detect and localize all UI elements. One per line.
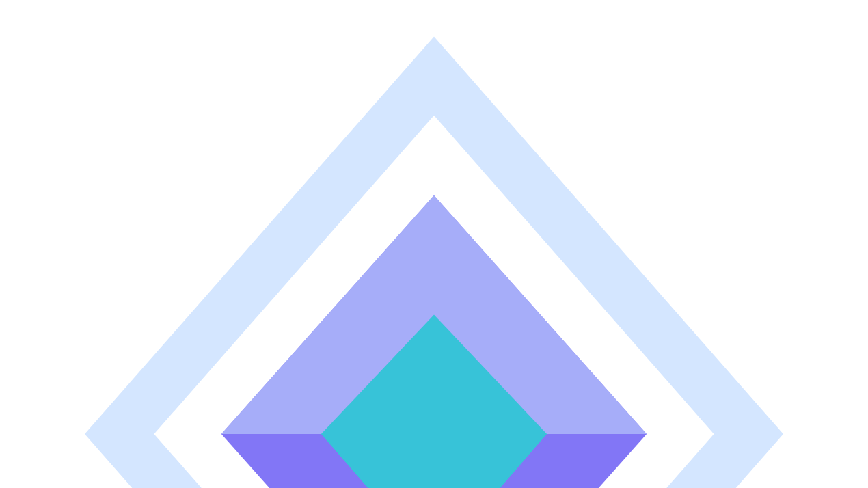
- sidebar: 神州问学 Smart Vision 对话 智能文件夹 工具集 应用市场 系统设置…: [0, 0, 868, 488]
- brand-logo: 神州问学 Smart Vision: [0, 0, 868, 488]
- app-window: 神州问学 Smart Vision 对话 智能文件夹 工具集 应用市场 系统设置…: [0, 0, 868, 488]
